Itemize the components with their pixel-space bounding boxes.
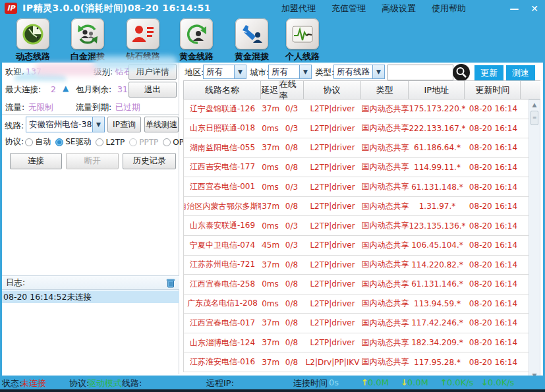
tool-gold-mix[interactable]: 黄金混拨 xyxy=(231,18,273,63)
table-row[interactable]: 江西宜春电信-2580ms0/8L2TP|driver国内动态共享61.131.… xyxy=(184,275,529,294)
tool-gold-lines[interactable]: 黄金线路 xyxy=(175,18,217,63)
table-cell: 国内动态共享 xyxy=(361,275,409,294)
protocol-option-label: 自动 xyxy=(35,136,51,148)
table-row[interactable]: 江西吉安电信-1770ms0/8L2TP|driver国内动态共享114.99.… xyxy=(184,158,529,178)
table-cell: 江西宜春电信-258 xyxy=(184,275,261,294)
table-cell: L2TP|driver xyxy=(304,236,361,255)
filter-bar: 地区: 所有 ▼ 城市: 所有 ▼ 类型: 所有线路 ▼ 更新 测速 xyxy=(183,63,543,81)
column-header[interactable]: 在线率 xyxy=(279,81,304,99)
monthly-label: 包月剩余: xyxy=(76,84,111,96)
protocol-pptp[interactable]: PPTP xyxy=(129,138,158,147)
title-bar: IP IP精灵3.0.0(消耗时间)08-20 16:14:51 加盟代理 充值… xyxy=(0,0,545,16)
tool-label: 动态线路 xyxy=(12,51,54,63)
table-cell: 国内动态共享 xyxy=(361,352,409,372)
speedtest-button[interactable]: 测速 xyxy=(506,65,535,80)
search-icon[interactable] xyxy=(452,63,471,82)
city-select-value: 所有 xyxy=(269,67,299,78)
protocol-l2tp[interactable]: L2TP xyxy=(96,138,125,147)
radio-icon[interactable] xyxy=(96,138,103,146)
table-row[interactable]: 宁夏中卫电信-074345ms0/3L2TP|driver国内动态共享106.4… xyxy=(184,236,529,256)
log-entry[interactable]: 08-20 16:14:52未连接 xyxy=(2,291,179,303)
radio-selected-icon[interactable] xyxy=(55,138,63,146)
table-row[interactable]: 山东淄博电信-124237ms0/8L2TP|driver国内动态共享182.3… xyxy=(184,333,529,353)
refresh-arrow-icon[interactable]: ▲ xyxy=(63,84,69,93)
region-select[interactable]: 所有 ▼ xyxy=(203,65,246,79)
type-label: 类型: xyxy=(315,67,334,78)
column-header[interactable]: 线路名称 xyxy=(184,81,261,99)
table-row[interactable]: 山东泰安联通-1690ms0/3L2TP|driver国内动态共享123.135… xyxy=(184,216,529,236)
minimize-button[interactable]: — xyxy=(509,4,519,13)
search-input[interactable] xyxy=(387,65,453,80)
table-row[interactable]: 湖南益阳电信-055237ms0/8L2TP|driver国内动态共享61.18… xyxy=(184,138,529,158)
protocol-option-label: SE驱动 xyxy=(65,136,91,148)
table-cell: 国内动态共享 xyxy=(361,197,409,216)
table-row[interactable]: 江西宜春电信-017237ms0/8L2TP|driver国内动态共享117.4… xyxy=(184,314,529,333)
table-cell: 08-20 16:14 xyxy=(465,352,521,372)
type-select[interactable]: 所有线路 ▼ xyxy=(333,65,385,79)
table-cell: 0/3 xyxy=(279,216,304,235)
disconnect-button[interactable]: 断开 xyxy=(66,153,119,169)
tool-dynamic-lines[interactable]: 动态线路 xyxy=(12,18,54,63)
table-cell: 08-20 16:14 xyxy=(465,314,521,333)
column-header[interactable]: 延迟 xyxy=(261,81,279,99)
protocol-auto[interactable]: 自动 xyxy=(25,136,51,148)
table-cell: L2TP|driver xyxy=(304,119,361,138)
traffic-exp-label: 流量到期: xyxy=(76,102,111,113)
table-cell: 0/8 xyxy=(279,256,304,275)
column-header[interactable]: IP地址 xyxy=(409,81,465,99)
logout-button[interactable]: 退出 xyxy=(129,82,177,98)
menu-item-settings[interactable]: 高级设置 xyxy=(382,3,416,14)
single-speedtest-button[interactable]: 单线测速 xyxy=(144,117,179,132)
protocol-se-driver[interactable]: SE驱动 xyxy=(55,136,91,148)
chevron-down-icon[interactable]: ▼ xyxy=(299,65,311,78)
table-row[interactable]: 山东日照联通-0180ms0/3L2TP|driver国内动态共享222.133… xyxy=(184,119,529,139)
close-button[interactable]: ✕ xyxy=(531,4,538,13)
state-label: 状态: xyxy=(2,378,22,389)
table-row[interactable]: 辽宁盘锦联通-126237ms0/3L2TP|driver国内动态共享175.1… xyxy=(184,99,529,119)
column-header[interactable]: 类型 xyxy=(361,81,409,99)
scroll-up-icon[interactable]: ▲ xyxy=(531,101,538,108)
table-row[interactable]: 自治区内蒙古鄂尔多斯联237ms0/8L2TP|driver国内动态共享1.31… xyxy=(184,197,529,217)
line-select[interactable]: 安徽宿州电信-383 ▼ xyxy=(26,117,105,132)
menu-item-agent[interactable]: 加盟代理 xyxy=(281,3,316,14)
table-cell: 国内动态共享 xyxy=(361,333,409,352)
table-cell: 114.220.82.* xyxy=(409,256,465,275)
upload-speed: 0.0K/s xyxy=(447,378,473,387)
table-cell: 0/8 xyxy=(279,352,304,372)
protocol-option-label: L2TP xyxy=(105,138,125,147)
city-select[interactable]: 所有 ▼ xyxy=(268,65,312,79)
table-cell: L2TP|driver xyxy=(304,138,361,157)
scrollbar-thumb[interactable]: ≡ xyxy=(531,111,538,125)
radio-icon[interactable] xyxy=(129,138,137,146)
left-panel: 欢迎, 137 级别: 钻石 VIP 用户详情 最大连接: 2 ▲ 包月剩余: … xyxy=(2,63,179,374)
region-label: 地区: xyxy=(185,67,204,78)
table-cell: 0/3 xyxy=(279,99,304,119)
radio-icon[interactable] xyxy=(25,138,33,146)
ip-query-button[interactable]: IP查询 xyxy=(107,117,141,132)
table-row[interactable]: 江西宜春电信-0010ms0/3L2TP|driver国内动态共享61.131.… xyxy=(184,177,529,197)
connect-button[interactable]: 连接 xyxy=(10,153,62,169)
table-row[interactable]: 广东茂名电信1-2080ms0/8L2TP|driver国内动态共享113.94… xyxy=(184,294,529,314)
column-header[interactable]: 协议 xyxy=(304,81,361,99)
vertical-scrollbar[interactable]: ▲ ≡ ▼ xyxy=(529,99,540,381)
table-row[interactable]: 江苏淮安电信-016237ms0/8L2|Drv|PP|IKV国内动态共享117… xyxy=(184,352,529,372)
trash-icon[interactable] xyxy=(166,278,175,288)
proto-label: 协议: xyxy=(69,378,89,389)
column-header[interactable]: 更新时间 xyxy=(465,81,521,99)
update-button[interactable]: 更新 xyxy=(474,65,503,80)
table-cell: 08-20 16:14 xyxy=(465,177,521,196)
table-cell: L2TP|driver xyxy=(304,275,361,294)
menu-item-help[interactable]: 使用帮助 xyxy=(432,3,466,14)
chevron-down-icon[interactable]: ▼ xyxy=(92,117,104,132)
chevron-down-icon[interactable]: ▼ xyxy=(234,65,246,78)
censor-blur xyxy=(94,56,178,69)
table-row[interactable]: 江苏苏州电信-721237ms0/8L2TP|driver国内动态共享114.2… xyxy=(184,256,529,275)
chevron-down-icon[interactable]: ▼ xyxy=(372,65,384,78)
menu-item-recharge[interactable]: 充值管理 xyxy=(331,3,366,14)
table-cell: L2TP|driver xyxy=(304,177,361,196)
tool-personal-lines[interactable]: 个人线路 xyxy=(281,18,324,63)
radio-icon[interactable] xyxy=(163,138,171,146)
history-button[interactable]: 历史记录 xyxy=(123,153,176,169)
state-value: 未连接 xyxy=(20,378,46,389)
table-cell: 237ms xyxy=(261,197,279,216)
